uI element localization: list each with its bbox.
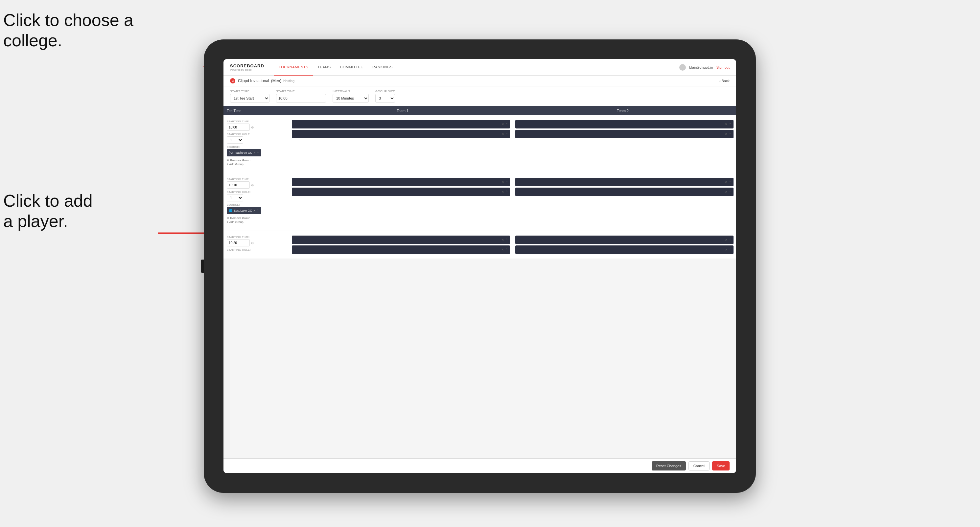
course-remove-2[interactable]: × — [253, 209, 255, 213]
player-slot-1-1[interactable]: ✕ ⌃ — [292, 120, 510, 129]
user-email: blair@clippd.io — [689, 65, 713, 69]
slot-x-1-2[interactable]: ✕ — [501, 132, 504, 136]
player-slot-6-2[interactable]: ✕ ⌃ — [515, 245, 733, 254]
course-expand-2[interactable]: ⌃ — [257, 209, 259, 212]
save-button[interactable]: Save — [712, 461, 730, 470]
time-picker-icon-1[interactable]: ⊙ — [251, 125, 254, 129]
sub-header: C Clippd Invitational (Men) Hosting ‹ Ba… — [223, 76, 736, 86]
slot-arrow-4-1[interactable]: ⌃ — [729, 180, 732, 184]
start-type-group: Start Type 1st Tee Start — [230, 90, 269, 103]
tee-row-3: STARTING TIME: ⊙ STARTING HOLE: ✕ — [223, 231, 736, 259]
slot-x-6-2[interactable]: ✕ — [725, 248, 728, 251]
back-button[interactable]: ‹ Back — [719, 79, 730, 83]
player-slot-4-2[interactable]: ✕ ⌃ — [515, 187, 733, 196]
actions-2: ⊖ Remove Group + Add Group — [227, 216, 286, 224]
intervals-select[interactable]: 10 Minutes — [332, 94, 369, 103]
starting-time-field-2: STARTING TIME: ⊙ — [227, 178, 286, 189]
starting-hole-field-1: STARTING HOLE: 1 — [227, 133, 286, 144]
slot-arrow-5-2[interactable]: ⌃ — [506, 248, 508, 251]
nav-link-teams[interactable]: TEAMS — [313, 59, 335, 76]
slot-arrow-3-1[interactable]: ⌃ — [506, 180, 508, 184]
left-panel-2: STARTING TIME: ⊙ STARTING HOLE: 1 — [223, 176, 289, 228]
slot-arrow-3-2[interactable]: ⌃ — [506, 190, 508, 194]
time-picker-icon-3[interactable]: ⊙ — [251, 241, 254, 245]
starting-time-input-1[interactable] — [227, 124, 250, 131]
slot-x-2-1[interactable]: ✕ — [725, 122, 728, 126]
reset-button[interactable]: Reset Changes — [652, 461, 686, 470]
starting-time-input-3[interactable] — [227, 239, 250, 246]
sign-out-link[interactable]: Sign out — [716, 65, 730, 69]
slot-x-3-2[interactable]: ✕ — [501, 190, 504, 194]
slot-x-2-2[interactable]: ✕ — [725, 132, 728, 136]
cancel-button[interactable]: Cancel — [689, 461, 710, 470]
player-slot-5-2[interactable]: ✕ ⌃ — [292, 245, 510, 254]
actions-1: ⊖ Remove Group + Add Group — [227, 158, 286, 166]
slot-x-4-1[interactable]: ✕ — [725, 180, 728, 184]
group-size-select[interactable]: 3 — [375, 94, 395, 103]
player-slot-5-1[interactable]: ✕ ⌃ — [292, 236, 510, 244]
team1-panel-1: ✕ ⌃ ✕ ⌃ — [289, 118, 513, 170]
starting-hole-select-1[interactable]: 1 — [227, 137, 243, 144]
starting-hole-select-2[interactable]: 1 — [227, 194, 243, 202]
team1-panel-2: ✕ ⌃ ✕ ⌃ — [289, 176, 513, 228]
brand-title: SCOREBOARD — [230, 63, 264, 68]
team2-panel-2: ✕ ⌃ ✕ ⌃ — [513, 176, 736, 228]
course-tag-1[interactable]: (A) Peachtree GC × ⌃ — [227, 149, 261, 156]
remove-group-2[interactable]: ⊖ Remove Group — [227, 216, 286, 220]
starting-time-field-1: STARTING TIME: ⊙ — [227, 120, 286, 131]
tablet-screen: SCOREBOARD Powered by clippd TOURNAMENTS… — [223, 59, 736, 473]
col-tee-time: Tee Time — [227, 109, 293, 113]
scoreboard-brand: SCOREBOARD Powered by clippd — [230, 63, 264, 71]
player-slot-6-1[interactable]: ✕ ⌃ — [515, 236, 733, 244]
start-time-group: Start Time — [276, 90, 326, 103]
nav-link-tournaments[interactable]: TOURNAMENTS — [274, 59, 313, 76]
slot-arrow-6-2[interactable]: ⌃ — [729, 248, 732, 251]
start-time-input[interactable] — [276, 94, 326, 103]
annotation-choose-college: Click to choose a college. — [3, 10, 134, 51]
player-slot-3-1[interactable]: ✕ ⌃ — [292, 178, 510, 186]
slot-arrow-4-2[interactable]: ⌃ — [729, 190, 732, 194]
slot-x-5-1[interactable]: ✕ — [501, 238, 504, 241]
time-picker-icon-2[interactable]: ⊙ — [251, 183, 254, 187]
team2-panel-3: ✕ ⌃ ✕ ⌃ — [513, 233, 736, 256]
player-slot-2-2[interactable]: ✕ ⌃ — [515, 130, 733, 138]
player-slot-1-2[interactable]: ✕ ⌃ — [292, 130, 510, 138]
slot-arrow-2-2[interactable]: ⌃ — [729, 132, 732, 136]
add-group-2[interactable]: + Add Group — [227, 220, 286, 224]
starting-hole-field-2: STARTING HOLE: 1 — [227, 190, 286, 202]
tee-row-1: STARTING TIME: ⊙ STARTING HOLE: 1 — [223, 115, 736, 173]
player-slot-2-1[interactable]: ✕ ⌃ — [515, 120, 733, 129]
slot-arrow-2-1[interactable]: ⌃ — [729, 122, 732, 126]
slot-arrow-5-1[interactable]: ⌃ — [506, 238, 508, 241]
slot-x-4-2[interactable]: ✕ — [725, 190, 728, 194]
remove-group-1[interactable]: ⊖ Remove Group — [227, 158, 286, 162]
left-panel-1: STARTING TIME: ⊙ STARTING HOLE: 1 — [223, 118, 289, 170]
table-header: Tee Time Team 1 Team 2 — [223, 106, 736, 115]
course-expand-1[interactable]: ⌃ — [257, 151, 259, 154]
start-type-select[interactable]: 1st Tee Start — [230, 94, 269, 103]
course-remove-1[interactable]: × — [254, 151, 256, 155]
slot-x-1-1[interactable]: ✕ — [501, 122, 504, 126]
player-slot-3-2[interactable]: ✕ ⌃ — [292, 187, 510, 196]
add-group-1[interactable]: + Add Group — [227, 162, 286, 166]
course-tag-2[interactable]: 🌐 East Lake GC × ⌃ — [227, 207, 261, 214]
team2-panel-1: ✕ ⌃ ✕ ⌃ — [513, 118, 736, 170]
slot-x-5-2[interactable]: ✕ — [501, 248, 504, 251]
col-team1: Team 1 — [293, 109, 513, 113]
nav-link-rankings[interactable]: RANKINGS — [368, 59, 397, 76]
slot-x-3-1[interactable]: ✕ — [501, 180, 504, 184]
slot-arrow-1-2[interactable]: ⌃ — [506, 132, 508, 136]
course-field-1: COURSE: (A) Peachtree GC × ⌃ — [227, 146, 286, 156]
nav-links: TOURNAMENTS TEAMS COMMITTEE RANKINGS — [274, 59, 679, 76]
starting-time-input-2[interactable] — [227, 181, 250, 189]
brand-sub: Powered by clippd — [230, 68, 264, 71]
annotation-line4: a player. — [3, 211, 68, 231]
nav-link-committee[interactable]: COMMITTEE — [336, 59, 368, 76]
slot-arrow-6-1[interactable]: ⌃ — [729, 238, 732, 241]
slot-arrow-1-1[interactable]: ⌃ — [506, 122, 508, 126]
slot-x-6-1[interactable]: ✕ — [725, 238, 728, 241]
intervals-label: Intervals — [332, 90, 369, 93]
annotation-add-player: Click to add a player. — [3, 190, 93, 232]
tablet-frame: SCOREBOARD Powered by clippd TOURNAMENTS… — [204, 40, 756, 493]
player-slot-4-1[interactable]: ✕ ⌃ — [515, 178, 733, 186]
